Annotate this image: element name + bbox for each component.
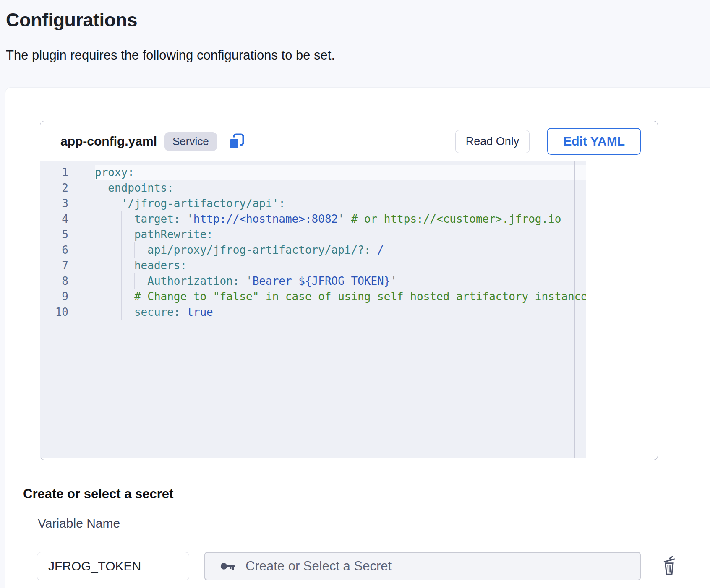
indent-guide <box>108 227 108 242</box>
line-number: 7 <box>40 258 95 273</box>
indent-guide <box>95 242 95 258</box>
indent-guide <box>121 242 122 258</box>
code-line[interactable]: 5 pathRewrite: <box>40 227 586 242</box>
yaml-editor-card: app-config.yaml Service Read Only Edit Y… <box>40 121 658 460</box>
indent-guide <box>121 289 122 304</box>
code-line[interactable]: 4 target: 'http://<hostname>:8082' # or … <box>40 211 586 227</box>
indent-guide <box>121 211 122 227</box>
code-line-content[interactable]: proxy: <box>95 165 586 180</box>
file-name: app-config.yaml <box>60 134 157 148</box>
line-number: 1 <box>40 165 95 180</box>
indent-guide <box>108 258 108 273</box>
indent-guide <box>108 289 108 304</box>
indent-guide <box>95 180 95 196</box>
page-subtitle: The plugin requires the following config… <box>6 48 335 63</box>
code-line-content[interactable]: Authorization: 'Bearer ${JFROG_TOKEN}' <box>95 273 586 289</box>
editor-card-header: app-config.yaml Service Read Only Edit Y… <box>40 121 658 161</box>
code-line-content[interactable]: endpoints: <box>95 180 586 196</box>
indent-guide <box>95 196 95 211</box>
read-only-button[interactable]: Read Only <box>455 130 530 153</box>
delete-secret-button[interactable] <box>658 554 680 579</box>
line-number: 4 <box>40 211 95 227</box>
line-number: 10 <box>40 304 95 320</box>
indent-guide <box>108 211 108 227</box>
indent-guide <box>95 258 95 273</box>
key-icon <box>219 558 236 575</box>
code-line-content[interactable]: secure: true <box>95 304 586 320</box>
page-title: Configurations <box>6 9 137 31</box>
code-line-content[interactable]: '/jfrog-artifactory/api': <box>95 196 586 211</box>
code-line[interactable]: 10 secure: true <box>40 304 586 320</box>
indent-guide <box>95 273 95 289</box>
indent-guide <box>134 273 135 289</box>
secret-select-input[interactable]: Create or Select a Secret <box>204 552 641 580</box>
variable-name-label: Variable Name <box>38 516 120 531</box>
code-line[interactable]: 3 '/jfrog-artifactory/api': <box>40 196 586 211</box>
code-line[interactable]: 9 # Change to "false" in case of using s… <box>40 289 586 304</box>
trash-icon <box>659 554 679 577</box>
yaml-code-editor[interactable]: 1proxy:2 endpoints:3 '/jfrog-artifactory… <box>40 161 586 458</box>
code-line-content[interactable]: pathRewrite: <box>95 227 586 242</box>
code-line[interactable]: 8 Authorization: 'Bearer ${JFROG_TOKEN}' <box>40 273 586 289</box>
variable-name-input[interactable] <box>37 552 189 580</box>
indent-guide <box>108 304 108 320</box>
indent-guide <box>121 304 122 320</box>
indent-guide <box>108 196 108 211</box>
line-number: 3 <box>40 196 95 211</box>
code-line[interactable]: 7 headers: <box>40 258 586 273</box>
line-number: 6 <box>40 242 95 258</box>
indent-guide <box>134 242 135 258</box>
code-line-content[interactable]: target: 'http://<hostname>:8082' # or ht… <box>95 211 586 227</box>
indent-guide <box>95 304 95 320</box>
line-number: 2 <box>40 180 95 196</box>
indent-guide <box>121 273 122 289</box>
copy-icon[interactable] <box>228 133 245 150</box>
indent-guide <box>121 258 122 273</box>
line-number: 5 <box>40 227 95 242</box>
indent-guide <box>108 273 108 289</box>
page: Configurations The plugin requires the f… <box>0 0 710 588</box>
code-line-content[interactable]: # Change to "false" in case of using sel… <box>95 289 586 304</box>
secret-section-heading: Create or select a secret <box>23 487 173 502</box>
indent-guide <box>121 227 122 242</box>
indent-guide <box>108 242 108 258</box>
indent-guide <box>95 211 95 227</box>
line-number: 9 <box>40 289 95 304</box>
secret-select-placeholder: Create or Select a Secret <box>245 559 392 574</box>
code-line-content[interactable]: headers: <box>95 258 586 273</box>
editor-right-rule <box>574 161 575 458</box>
code-line[interactable]: 2 endpoints: <box>40 180 586 196</box>
edit-yaml-button[interactable]: Edit YAML <box>547 128 641 155</box>
code-line[interactable]: 1proxy: <box>40 165 586 180</box>
code-line[interactable]: 6 api/proxy/jfrog-artifactory/api/?: / <box>40 242 586 258</box>
indent-guide <box>95 227 95 242</box>
line-number: 8 <box>40 273 95 289</box>
code-line-content[interactable]: api/proxy/jfrog-artifactory/api/?: / <box>95 242 586 258</box>
service-badge: Service <box>164 132 217 151</box>
yaml-code-lines: 1proxy:2 endpoints:3 '/jfrog-artifactory… <box>40 165 586 320</box>
indent-guide <box>95 289 95 304</box>
